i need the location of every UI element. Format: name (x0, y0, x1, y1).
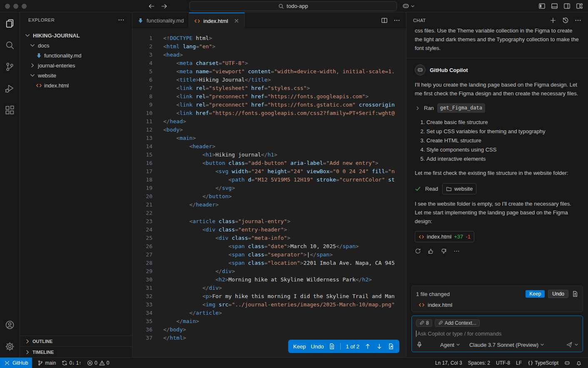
keep-button[interactable]: Keep (293, 343, 306, 350)
account-button[interactable] (0, 314, 20, 336)
copilot-icon (417, 67, 423, 73)
settings-button[interactable] (0, 336, 20, 357)
read-row: Read website (415, 183, 580, 194)
nav-forward-icon[interactable] (161, 3, 167, 10)
chevron-down-icon[interactable] (574, 343, 578, 347)
code-line: 15 <h1>Hiking journal</h1> (132, 152, 406, 160)
tab-index-html[interactable]: index.html (189, 12, 244, 28)
notifications-bell[interactable] (573, 358, 585, 368)
tree-item-label: website (38, 72, 56, 79)
tool-call-row[interactable]: Ran get_Figma_data (415, 103, 580, 113)
tab-functionality-md[interactable]: functionality.md (132, 12, 189, 28)
window-zoom-button[interactable] (22, 4, 27, 9)
outline-label: OUTLINE (32, 339, 52, 344)
indentation-indicator[interactable]: Spaces: 2 (465, 358, 493, 368)
tree-item-root[interactable]: HIKING-JOURNAL (20, 30, 132, 40)
command-center-search[interactable]: todo-app (189, 1, 397, 11)
undo-all-button[interactable]: Undo (548, 290, 568, 298)
activity-run-debug-button[interactable] (0, 77, 20, 99)
search-icon (278, 3, 284, 9)
mode-dropdown[interactable]: Agent (440, 342, 460, 348)
code-line: 22 (132, 210, 406, 218)
braces-icon: {} (528, 360, 533, 366)
chat-more-actions-button[interactable] (575, 17, 581, 24)
diff-file-icon[interactable] (329, 343, 335, 350)
activity-source-control-button[interactable] (0, 56, 20, 77)
regenerate-button[interactable] (415, 248, 421, 254)
copilot-step: Set up CSS variables for theming and typ… (426, 127, 580, 136)
add-context-button[interactable]: Add Context... (435, 319, 480, 327)
changed-file-chip[interactable]: index.html +37 -1 (415, 231, 474, 242)
pending-changes-panel: 1 file changed Keep Undo index.html (411, 286, 583, 312)
read-target-chip[interactable]: website (442, 183, 476, 194)
copilot-menu[interactable] (402, 2, 415, 10)
split-editor-button[interactable] (381, 17, 388, 24)
branch-name: main (45, 360, 56, 366)
open-diff-button[interactable] (388, 343, 394, 350)
branch-indicator[interactable]: main (35, 358, 59, 368)
undo-button[interactable]: Undo (311, 343, 324, 350)
window-minimize-button[interactable] (13, 4, 18, 9)
tree-item-docs[interactable]: docs (20, 40, 132, 50)
copilot-status[interactable] (561, 358, 573, 368)
copilot-step: Style components using CSS (426, 145, 580, 154)
activity-extensions-button[interactable] (0, 99, 20, 121)
send-button[interactable] (566, 341, 573, 348)
tree-item-website[interactable]: website (20, 70, 132, 80)
view-diff-button[interactable] (572, 291, 578, 297)
problems-indicator[interactable]: 0 0 (84, 358, 112, 368)
eol-indicator[interactable]: LF (513, 358, 525, 368)
editor-more-actions-button[interactable] (394, 17, 400, 24)
tree-item-journal-enteries[interactable]: journal-enteries (20, 60, 132, 70)
activity-search-button[interactable] (0, 34, 20, 56)
toggle-sidebar-button[interactable] (538, 2, 546, 10)
window-close-button[interactable] (5, 4, 10, 9)
tree-item-index-html[interactable]: index.html (20, 80, 132, 90)
thumbs-up-button[interactable] (428, 248, 434, 254)
tool-name-chip[interactable]: get_Figma_data (437, 103, 485, 113)
bell-icon (576, 360, 582, 366)
thumbs-down-button[interactable] (441, 248, 447, 254)
sync-indicator[interactable]: 0↓ 1↑ (59, 358, 84, 368)
cursor-position[interactable]: Ln 17, Col 3 (432, 358, 465, 368)
toggle-panel-button[interactable] (551, 2, 558, 10)
activity-explorer-button[interactable] (0, 12, 20, 34)
keep-all-button[interactable]: Keep (526, 290, 545, 298)
files-icon (5, 19, 15, 28)
tab-label: functionality.md (147, 17, 184, 24)
code-line: 29 </div> (132, 268, 406, 276)
remote-indicator[interactable]: GitHub (0, 358, 32, 368)
customize-layout-button[interactable] (576, 2, 583, 10)
code-line: 17 <svg width="24" height="24" viewBox="… (132, 168, 406, 177)
chevron-down-icon (29, 42, 36, 49)
timeline-section[interactable]: TIMELINE (20, 346, 132, 357)
chat-messages[interactable]: css files. Use the Theme variable collec… (406, 28, 588, 282)
changed-file-row[interactable]: index.html (416, 302, 578, 308)
outline-section[interactable]: OUTLINE (20, 336, 132, 346)
next-change-button[interactable] (376, 343, 383, 350)
new-chat-button[interactable] (550, 17, 556, 24)
code-line: 23 <article class="journal-entry"> (132, 218, 406, 226)
model-dropdown[interactable]: Claude 3.7 Sonnet (Preview) (469, 342, 544, 348)
close-icon[interactable] (234, 18, 239, 24)
tree-item-label: docs (38, 42, 49, 49)
chat-input-box[interactable]: 8 Add Context... Ask Copilot or type / f… (411, 316, 583, 352)
chat-history-button[interactable] (562, 17, 569, 24)
previous-change-button[interactable] (364, 343, 371, 350)
response-more-button[interactable] (453, 248, 460, 254)
chevron-right-icon (24, 349, 31, 356)
language-mode[interactable]: {} TypeScript (525, 358, 561, 368)
tree-item-functionality-md[interactable]: functionality.md (20, 50, 132, 60)
encoding-indicator[interactable]: UTF-8 (493, 358, 513, 368)
toggle-secondary-sidebar-button[interactable] (563, 2, 571, 10)
remote-icon (4, 360, 10, 366)
explorer-more-actions-button[interactable] (118, 17, 125, 23)
html-file-icon (419, 302, 425, 308)
attachments-chip[interactable]: 8 (416, 319, 432, 327)
status-bar: GitHub main 0↓ 1↑ 0 0 Ln 17, Col 3 Space… (0, 357, 588, 368)
code-editor[interactable]: 1<!DOCTYPE html>2<html lang="en">3<head>… (132, 28, 406, 357)
copilot-intro: I'll help you create the landing page ba… (415, 80, 580, 98)
nav-back-icon[interactable] (148, 3, 155, 10)
mic-icon[interactable] (416, 341, 423, 348)
code-line: 19 </svg> (132, 185, 406, 193)
